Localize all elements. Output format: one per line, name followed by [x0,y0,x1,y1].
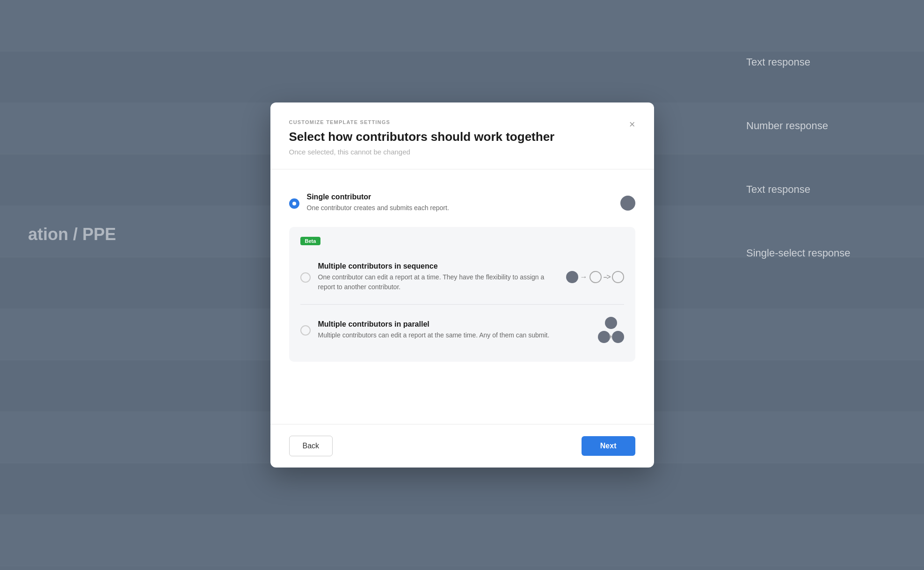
option-sequence[interactable]: Multiple contributors in sequence One co… [300,253,624,301]
radio-single-input[interactable] [289,198,299,209]
option-sequence-desc: One contributor can edit a report at a t… [318,272,559,292]
par-dot-bottom-right [612,331,624,343]
modal-footer: Back Next [270,424,654,468]
option-parallel-title: Multiple contributors in parallel [318,320,590,329]
parallel-visual: + [598,317,624,343]
option-single-content: Single contributor One contributor creat… [307,193,613,213]
parallel-icon: + [598,317,624,343]
option-sequence-content: Multiple contributors in sequence One co… [318,262,559,292]
beta-section: Beta Multiple contributors in sequence O… [289,227,635,362]
next-button[interactable]: Next [582,436,635,456]
option-single-title: Single contributor [307,193,613,201]
modal-backdrop: CUSTOMIZE TEMPLATE SETTINGS Select how c… [0,0,924,570]
option-single-desc: One contributor creates and submits each… [307,203,613,213]
beta-divider [300,304,624,305]
par-dot-top [605,317,617,329]
modal-title: Select how contributors should work toge… [289,130,635,144]
par-dot-bottom-left [598,331,610,343]
seq-dot-3 [612,271,624,283]
radio-parallel-input[interactable] [300,325,311,336]
seq-arrow-2: --> [604,273,610,281]
option-parallel[interactable]: Multiple contributors in parallel Multip… [300,307,624,352]
modal-body: Single contributor One contributor creat… [270,169,654,424]
single-dot [620,196,635,211]
option-sequence-title: Multiple contributors in sequence [318,262,559,270]
radio-parallel-wrap[interactable] [300,324,311,336]
option-parallel-content: Multiple contributors in parallel Multip… [318,320,590,340]
radio-single[interactable] [289,197,299,209]
radio-sequence-wrap[interactable] [300,271,311,283]
par-plus-icon: + [609,333,612,340]
option-parallel-desc: Multiple contributors can edit a report … [318,330,590,340]
single-contributor-icon [620,196,635,211]
option-single-contributor[interactable]: Single contributor One contributor creat… [289,183,635,222]
back-button[interactable]: Back [289,436,333,456]
close-button[interactable]: × [627,117,637,132]
seq-arrow-1: → [580,273,588,281]
modal-header: CUSTOMIZE TEMPLATE SETTINGS Select how c… [270,102,654,169]
seq-dot-2 [589,271,602,283]
seq-dot-1 [566,271,578,283]
modal-subtitle: CUSTOMIZE TEMPLATE SETTINGS [289,119,635,125]
sequence-visual: → --> [566,271,624,283]
sequence-icon: → --> [566,271,624,283]
modal-dialog: CUSTOMIZE TEMPLATE SETTINGS Select how c… [270,102,654,468]
radio-sequence-input[interactable] [300,272,311,283]
beta-badge: Beta [300,237,321,245]
modal-description: Once selected, this cannot be changed [289,148,635,156]
